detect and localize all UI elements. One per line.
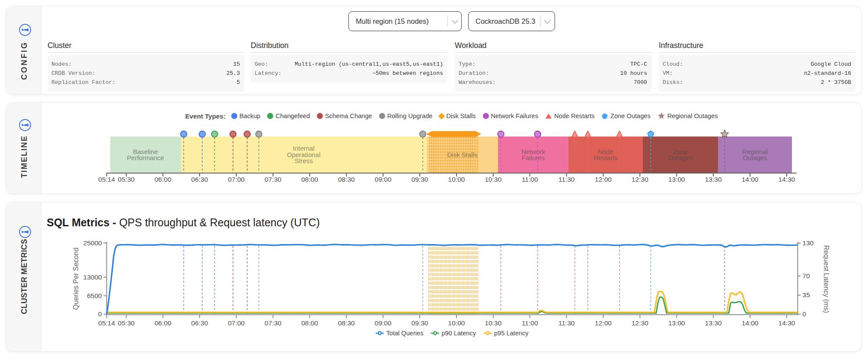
svg-text:08:00: 08:00 (301, 176, 318, 183)
svg-text:Stress: Stress (294, 157, 313, 164)
svg-text:08:30: 08:30 (338, 319, 355, 327)
svg-text:07:00: 07:00 (228, 176, 245, 183)
svg-text:11:30: 11:30 (558, 176, 575, 183)
svg-text:14:00: 14:00 (742, 176, 759, 183)
svg-text:13:00: 13:00 (668, 319, 685, 327)
svg-text:08:00: 08:00 (301, 319, 318, 327)
svg-text:6500: 6500 (87, 292, 102, 299)
svg-text:10:00: 10:00 (448, 319, 465, 327)
svg-text:07:30: 07:30 (265, 319, 281, 327)
svg-text:14:30: 14:30 (779, 319, 795, 327)
svg-text:0: 0 (98, 310, 102, 318)
svg-text:70: 70 (802, 272, 810, 280)
svg-text:12:30: 12:30 (632, 319, 648, 327)
svg-text:13:30: 13:30 (705, 176, 722, 183)
svg-text:11:00: 11:00 (522, 319, 538, 327)
svg-text:10:30: 10:30 (485, 319, 502, 327)
svg-text:Performance: Performance (127, 154, 164, 161)
svg-text:12:00: 12:00 (595, 176, 612, 183)
svg-text:07:00: 07:00 (228, 319, 245, 327)
svg-text:35: 35 (802, 291, 810, 299)
svg-text:06:30: 06:30 (191, 176, 208, 183)
svg-text:Restarts: Restarts (594, 154, 618, 161)
svg-text:130: 130 (802, 239, 814, 247)
svg-text:13:00: 13:00 (668, 176, 685, 183)
svg-text:10:00: 10:00 (448, 176, 465, 183)
svg-text:25000: 25000 (83, 239, 102, 247)
svg-text:0: 0 (802, 310, 806, 318)
svg-text:14:30: 14:30 (779, 176, 795, 183)
svg-text:05:30: 05:30 (118, 176, 135, 183)
svg-text:05:14: 05:14 (98, 319, 115, 327)
svg-text:12:00: 12:00 (595, 319, 612, 327)
svg-text:Disk Stalls: Disk Stalls (447, 151, 477, 158)
svg-text:13:30: 13:30 (705, 319, 722, 327)
svg-text:07:30: 07:30 (265, 176, 281, 183)
svg-text:05:30: 05:30 (118, 319, 135, 327)
svg-text:14:00: 14:00 (742, 319, 759, 327)
svg-text:09:00: 09:00 (375, 176, 392, 183)
svg-text:06:00: 06:00 (155, 176, 172, 183)
svg-text:09:00: 09:00 (375, 319, 392, 327)
svg-text:05:14: 05:14 (98, 176, 115, 183)
svg-text:Outages: Outages (668, 154, 693, 161)
svg-text:13000: 13000 (83, 273, 102, 281)
svg-text:08:30: 08:30 (338, 176, 355, 183)
svg-text:09:30: 09:30 (412, 176, 428, 183)
svg-text:11:00: 11:00 (522, 176, 538, 183)
svg-text:10:30: 10:30 (485, 176, 502, 183)
svg-text:09:30: 09:30 (412, 319, 428, 327)
svg-text:11:30: 11:30 (558, 319, 575, 327)
svg-text:Outages: Outages (743, 154, 767, 161)
svg-text:06:00: 06:00 (155, 319, 172, 327)
svg-text:06:30: 06:30 (191, 319, 208, 327)
svg-text:12:30: 12:30 (632, 176, 648, 183)
svg-text:Failures: Failures (522, 154, 545, 161)
